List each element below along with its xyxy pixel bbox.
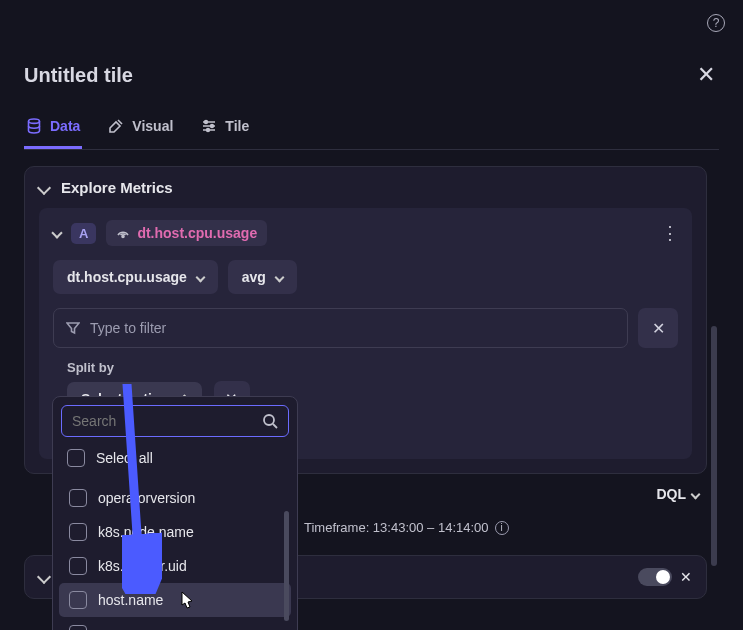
dql-toggle[interactable]: DQL (656, 486, 699, 502)
chevron-down-icon (37, 180, 51, 194)
svg-point-4 (122, 236, 124, 238)
select-all-option[interactable]: Select all (57, 441, 293, 475)
chevron-down-icon (195, 272, 205, 282)
splitby-dropdown: Select all operatorversion k8s.node.name… (52, 396, 298, 630)
chevron-down-icon (37, 570, 51, 584)
splitby-option[interactable]: operatorversion (59, 481, 291, 515)
clear-filter-button[interactable]: ✕ (638, 308, 678, 348)
svg-point-0 (29, 119, 40, 123)
timeframe-text: Timeframe: 13:43:00 – 14:14:00 (304, 520, 489, 535)
splitby-label: Split by (67, 360, 664, 375)
section-title: Explore Metrics (61, 179, 173, 196)
close-icon[interactable]: ✕ (693, 58, 719, 92)
aggregation-selector[interactable]: avg (228, 260, 297, 294)
close-icon[interactable]: ✕ (680, 569, 692, 585)
option-list: operatorversion k8s.node.name k8s.cluste… (59, 481, 291, 630)
splitby-option[interactable]: host.name (59, 583, 291, 617)
tab-data[interactable]: Data (24, 108, 82, 149)
checkbox[interactable] (69, 489, 87, 507)
splitby-option[interactable]: gcp.zone (59, 617, 291, 630)
filter-input[interactable]: Type to filter (53, 308, 628, 348)
info-icon[interactable]: i (495, 521, 509, 535)
scrollbar-vertical[interactable] (284, 511, 289, 621)
checkbox[interactable] (69, 523, 87, 541)
section-header[interactable]: Explore Metrics (25, 167, 706, 208)
section-toggle[interactable] (638, 568, 672, 586)
option-label: k8s.node.name (98, 524, 194, 540)
metric-name: dt.host.cpu.usage (137, 225, 257, 241)
help-icon[interactable]: ? (707, 14, 725, 32)
filter-placeholder: Type to filter (90, 320, 166, 336)
tab-label: Data (50, 118, 80, 134)
checkbox[interactable] (69, 557, 87, 575)
option-label: gcp.zone (98, 626, 155, 630)
filter-icon (66, 321, 80, 335)
splitby-search[interactable] (61, 405, 289, 437)
chevron-down-icon[interactable] (51, 227, 62, 238)
more-menu-icon[interactable]: ⋮ (661, 222, 678, 244)
svg-point-3 (207, 129, 210, 132)
signal-icon (116, 226, 130, 240)
chevron-down-icon (274, 272, 284, 282)
database-icon (26, 118, 42, 134)
dql-label: DQL (656, 486, 686, 502)
search-input[interactable] (72, 413, 262, 429)
search-icon (262, 413, 278, 429)
page-title: Untitled tile (24, 64, 133, 87)
sliders-icon (201, 118, 217, 134)
tab-bar: Data Visual Tile (24, 108, 719, 150)
option-label: k8s.cluster.uid (98, 558, 187, 574)
paint-icon (108, 118, 124, 134)
checkbox[interactable] (69, 591, 87, 609)
option-label: Select all (96, 450, 153, 466)
splitby-option[interactable]: k8s.node.name (59, 515, 291, 549)
splitby-option[interactable]: k8s.cluster.uid (59, 549, 291, 583)
scrollbar-vertical[interactable] (711, 326, 717, 566)
tab-label: Visual (132, 118, 173, 134)
aggregation-value: avg (242, 269, 266, 285)
checkbox[interactable] (69, 625, 87, 630)
checkbox[interactable] (67, 449, 85, 467)
svg-point-1 (205, 121, 208, 124)
metric-selector[interactable]: dt.host.cpu.usage (53, 260, 218, 294)
option-label: operatorversion (98, 490, 195, 506)
svg-point-2 (211, 125, 214, 128)
option-label: host.name (98, 592, 163, 608)
chevron-down-icon (691, 489, 701, 499)
svg-point-5 (264, 415, 274, 425)
query-badge: A (71, 223, 96, 244)
tab-label: Tile (225, 118, 249, 134)
metric-selector-value: dt.host.cpu.usage (67, 269, 187, 285)
metric-pill[interactable]: dt.host.cpu.usage (106, 220, 267, 246)
tab-tile[interactable]: Tile (199, 108, 251, 149)
tab-visual[interactable]: Visual (106, 108, 175, 149)
